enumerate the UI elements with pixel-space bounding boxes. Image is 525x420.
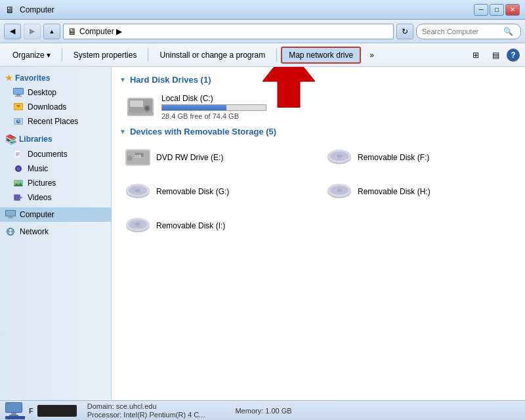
svg-point-44: [127, 156, 133, 161]
removable-disk-g-item[interactable]: Removable Disk (G:): [119, 177, 316, 206]
removable-disk-h-item[interactable]: Removable Disk (H:): [321, 177, 517, 206]
sidebar-item-recent-places[interactable]: Recent Places: [0, 114, 111, 129]
downloads-icon: [13, 102, 24, 112]
organize-button[interactable]: Organize ▾: [5, 47, 58, 64]
sidebar-item-desktop[interactable]: Desktop: [0, 85, 111, 100]
sidebar: ★ Favorites Desktop Downloads Recent Pl: [0, 67, 112, 400]
sidebar-favorites-header: ★ Favorites: [0, 71, 111, 85]
svg-rect-40: [127, 112, 154, 115]
dvd-drive-item[interactable]: DVD DVD RW Drive (E:): [119, 143, 316, 172]
disk-progress-fill: [162, 105, 226, 110]
sidebar-item-documents[interactable]: Documents: [0, 147, 111, 161]
removable-disk-i-item[interactable]: Removable Disk (I:): [119, 211, 517, 240]
music-icon: [13, 163, 24, 174]
title-bar-controls: ─ □ ✕: [474, 4, 520, 16]
computer-icon: [5, 209, 16, 220]
videos-icon: [13, 192, 24, 203]
sidebar-favorites-section: ★ Favorites Desktop Downloads Recent Pl: [0, 71, 111, 129]
svg-rect-28: [6, 211, 15, 216]
search-icon: 🔍: [503, 27, 513, 36]
view-options-button[interactable]: ⊞: [467, 47, 484, 63]
sidebar-item-videos[interactable]: Videos: [0, 190, 111, 205]
map-network-drive-button[interactable]: Map network drive: [281, 47, 361, 64]
toolbar-separator-2: [148, 49, 148, 62]
dvd-drive-icon: DVD: [125, 146, 151, 169]
pictures-icon: [13, 178, 24, 188]
forward-button[interactable]: ▶: [24, 24, 41, 39]
status-user-info: F: [5, 402, 77, 419]
local-disk-item[interactable]: Local Disk (C:) 28.4 GB free of 74.4 GB: [119, 91, 517, 123]
disk-progress-bar: [161, 104, 266, 111]
svg-rect-29: [9, 217, 12, 218]
svg-point-20: [18, 168, 19, 169]
close-button[interactable]: ✕: [505, 4, 520, 16]
sidebar-item-pictures[interactable]: Pictures: [0, 176, 111, 190]
sidebar-item-computer[interactable]: Computer: [0, 207, 111, 222]
removable-section-triangle: ▼: [119, 128, 126, 135]
removable-disk-h-icon: [326, 180, 352, 203]
removable-disk-f-item[interactable]: Removable Disk (F:): [321, 143, 517, 172]
address-path-text: Computer ▶: [79, 27, 122, 36]
local-disk-icon: [125, 94, 156, 120]
svg-rect-1: [14, 89, 23, 94]
window-icon: 🖥: [5, 5, 14, 15]
status-username: F: [29, 407, 33, 415]
svg-rect-30: [8, 217, 14, 218]
status-redacted-block: [37, 405, 77, 417]
system-properties-button[interactable]: System properties: [66, 47, 144, 64]
toolbar-separator-3: [276, 49, 277, 62]
documents-icon: [13, 149, 24, 159]
svg-rect-64: [11, 413, 16, 415]
back-button[interactable]: ◀: [4, 24, 21, 39]
refresh-button[interactable]: ↻: [396, 24, 413, 39]
up-button[interactable]: ▲: [43, 24, 60, 39]
status-domain: Domain: sce.uhcl.edu: [87, 402, 205, 410]
svg-point-61: [135, 222, 140, 226]
svg-rect-37: [130, 100, 143, 107]
sidebar-item-music[interactable]: Music: [0, 161, 111, 176]
content-area: ▼ Hard Disk Drives (1) Local Disk (C:): [112, 67, 525, 400]
search-input[interactable]: [422, 28, 501, 35]
local-disk-info: Local Disk (C:) 28.4 GB free of 74.4 GB: [161, 94, 266, 120]
preview-pane-button[interactable]: ▤: [487, 47, 504, 63]
hdd-section-triangle: ▼: [119, 76, 126, 83]
search-box: 🔍: [416, 24, 521, 39]
star-icon: ★: [5, 74, 12, 83]
address-path[interactable]: 🖥 Computer ▶: [63, 24, 394, 39]
svg-point-53: [135, 188, 140, 192]
main-layout: ★ Favorites Desktop Downloads Recent Pl: [0, 67, 525, 400]
removable-disk-f-icon: [326, 146, 352, 169]
help-button[interactable]: ?: [507, 49, 520, 62]
toolbar-right: ⊞ ▤ ?: [467, 47, 520, 63]
svg-rect-3: [15, 96, 22, 96]
organize-chevron: ▾: [47, 51, 51, 60]
removable-disk-i-icon: [125, 214, 151, 238]
uninstall-program-button[interactable]: Uninstall or change a program: [152, 47, 272, 64]
status-processor: Processor: Intel(R) Pentium(R) 4 C...: [87, 411, 205, 419]
address-bar: ◀ ▶ ▲ 🖥 Computer ▶ ↻ 🔍: [0, 20, 525, 43]
desktop-icon: [13, 87, 24, 98]
sidebar-network-section: Network: [0, 224, 111, 239]
removable-devices-grid: DVD DVD RW Drive (E:) Removable Disk (F:…: [119, 143, 517, 206]
removable-section-header: ▼ Devices with Removable Storage (5): [119, 127, 517, 136]
computer-icon: 🖥: [68, 26, 77, 37]
toolbar: Organize ▾ System properties Uninstall o…: [0, 43, 525, 67]
maximize-button[interactable]: □: [490, 4, 504, 16]
recent-places-icon: [13, 116, 24, 127]
hard-disk-section-header: ▼ Hard Disk Drives (1): [119, 75, 517, 85]
sidebar-item-downloads[interactable]: Downloads: [0, 100, 111, 114]
svg-point-49: [337, 154, 342, 158]
removable-disk-g-icon: [125, 180, 151, 203]
library-icon: 📚: [5, 134, 16, 144]
status-memory: Memory: 1.00 GB: [235, 407, 291, 415]
more-button[interactable]: »: [362, 47, 381, 64]
title-bar-text: Computer: [20, 5, 54, 14]
sidebar-libraries-section: 📚 Libraries Documents Music Pictures: [0, 131, 111, 205]
toolbar-separator-1: [62, 49, 62, 62]
organize-label: Organize: [12, 51, 45, 60]
status-computer-icon: [5, 402, 25, 419]
minimize-button[interactable]: ─: [474, 4, 488, 16]
svg-point-57: [337, 188, 342, 192]
title-bar: 🖥 Computer ─ □ ✕: [0, 0, 525, 20]
sidebar-item-network[interactable]: Network: [0, 224, 111, 239]
